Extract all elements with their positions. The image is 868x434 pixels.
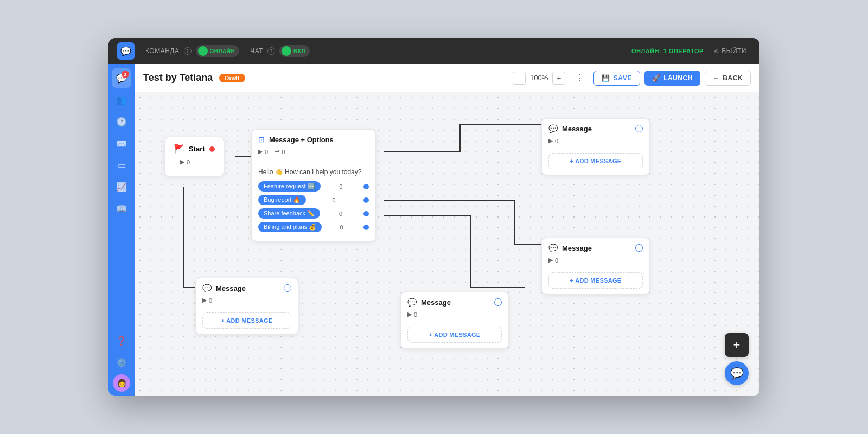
message-node-2[interactable]: 💬 Message ▶ 0 + ADD MESSAGE	[541, 238, 650, 295]
message3-header: 💬 Message	[196, 278, 298, 297]
zoom-value: 100%	[530, 74, 548, 82]
message1-header: 💬 Message	[542, 119, 649, 137]
sends-icon: ▶	[180, 158, 184, 165]
back-icon: ←	[713, 74, 720, 82]
message3-title: Message	[216, 284, 279, 292]
chat-help-icon[interactable]: ?	[267, 47, 275, 55]
sidebar-item-inbox[interactable]: ▭	[112, 155, 131, 175]
canvas-bottom-buttons: + 💬	[725, 333, 749, 385]
save-label: SAVE	[614, 74, 632, 82]
back-button[interactable]: ← BACK	[705, 71, 751, 86]
start-node-title: Start	[189, 145, 205, 153]
flow-title: Test by Tetiana	[143, 72, 213, 84]
sidebar-item-contacts[interactable]: 👥	[112, 90, 131, 110]
message4-stats: ▶ 0	[401, 311, 508, 322]
launch-icon: 🚀	[652, 74, 661, 82]
option-row-3: Billing and plans 💰 0	[258, 222, 369, 232]
message4-header: 💬 Message	[401, 292, 508, 311]
message-options-node[interactable]: ⊡ Message + Options ▶ 0 ↩ 0	[251, 129, 376, 241]
option-chip-1[interactable]: Bug report 🔥	[258, 195, 306, 205]
option-connector-0	[363, 184, 369, 189]
sidebar-item-help[interactable]: ❓	[112, 331, 131, 350]
message4-sends-icon: ▶	[407, 311, 412, 318]
chat-toggle[interactable]: ВКЛ	[279, 45, 310, 57]
main-layout: 💬 2 👥 🕐 ✉️ ▭ 📈 📖 ❓ ⚙️ 👩 Test by Tetiana …	[108, 64, 760, 396]
draft-badge: Draft	[219, 74, 245, 82]
save-icon: 💾	[602, 74, 610, 82]
back-label: BACK	[723, 74, 743, 82]
team-toggle-dot	[198, 46, 208, 56]
nav-right: ОНЛАЙН: 1 ОПЕРАТОР ⎋ ВЫЙТИ	[631, 45, 751, 57]
sidebar-item-bots[interactable]: 💬 2	[112, 68, 131, 88]
message1-sends: ▶ 0	[548, 137, 558, 144]
message2-stats: ▶ 0	[542, 257, 649, 268]
launch-button[interactable]: 🚀 LAUNCH	[644, 71, 700, 86]
add-node-button[interactable]: +	[725, 333, 749, 357]
message4-connector	[494, 298, 502, 306]
option-count-0: 0	[339, 183, 342, 190]
sidebar-item-docs[interactable]: 📖	[112, 199, 131, 218]
start-node[interactable]: 🚩 Start ▶ 0	[164, 137, 224, 177]
message2-icon: 💬	[548, 244, 558, 252]
sidebar-item-send[interactable]: ✉️	[112, 133, 131, 153]
editor-toolbar: Test by Tetiana Draft — 100% + ⋮ 💾 SAVE …	[135, 64, 760, 92]
team-label: КОМАНДА	[145, 47, 180, 55]
message2-add-btn[interactable]: + ADD MESSAGE	[548, 272, 643, 289]
option-count-3: 0	[340, 224, 343, 231]
mo-sends: ▶ 0	[258, 148, 268, 155]
sidebar-item-settings[interactable]: ⚙️	[112, 353, 131, 372]
zoom-out-button[interactable]: —	[513, 72, 526, 85]
message1-title: Message	[562, 125, 631, 133]
team-toggle[interactable]: ОНЛАЙН	[196, 45, 240, 57]
message1-connector	[635, 125, 643, 132]
sidebar: 💬 2 👥 🕐 ✉️ ▭ 📈 📖 ❓ ⚙️ 👩	[108, 64, 135, 396]
message-node-4[interactable]: 💬 Message ▶ 0 + ADD MESSAGE	[400, 292, 509, 349]
message4-add-btn[interactable]: + ADD MESSAGE	[407, 327, 502, 343]
option-chip-0[interactable]: Feature request 🆕	[258, 181, 321, 192]
message-node-1[interactable]: 💬 Message ▶ 0 + ADD MESSAGE	[541, 118, 650, 175]
top-navigation: 💬 КОМАНДА ? ОНЛАЙН ЧАТ ? ВКЛ ОНЛАЙН: 1 О…	[108, 38, 760, 64]
sends-value: 0	[187, 159, 190, 165]
flow-connections	[135, 92, 760, 396]
message3-add-btn[interactable]: + ADD MESSAGE	[202, 312, 291, 329]
option-connector-3	[363, 225, 369, 230]
chat-status: ВКЛ	[293, 48, 305, 54]
zoom-in-button[interactable]: +	[552, 72, 565, 85]
message1-icon: 💬	[548, 124, 558, 133]
mo-replies: ↩ 0	[275, 148, 285, 155]
option-count-1: 0	[332, 197, 335, 203]
message-node-3[interactable]: 💬 Message ▶ 0 + ADD MESSAGE	[195, 278, 298, 335]
message1-stats: ▶ 0	[542, 137, 649, 149]
start-connector-dot	[209, 146, 215, 152]
message-options-header: ⊡ Message + Options	[252, 130, 375, 148]
toolbar-actions: 💾 SAVE 🚀 LAUNCH ← BACK	[593, 71, 751, 86]
message1-add-btn[interactable]: + ADD MESSAGE	[548, 153, 643, 169]
message3-icon: 💬	[202, 284, 212, 292]
option-chip-2[interactable]: Share feedback ✏️	[258, 208, 320, 219]
launch-label: LAUNCH	[663, 74, 693, 82]
chat-toggle-dot	[282, 46, 291, 56]
flow-canvas[interactable]: 🚩 Start ▶ 0 ⊡ Message +	[135, 92, 760, 396]
sidebar-bottom: ❓ ⚙️ 👩	[112, 331, 131, 392]
sidebar-item-analytics[interactable]: 📈	[112, 177, 131, 196]
message-options-title: Message + Options	[269, 136, 369, 144]
option-chip-3[interactable]: Billing and plans 💰	[258, 222, 322, 232]
chat-label: ЧАТ	[250, 47, 263, 55]
options-body: Hello 👋 How can I help you today? Featur…	[252, 159, 375, 241]
save-button[interactable]: 💾 SAVE	[593, 71, 640, 86]
message4-sends: ▶ 0	[407, 311, 417, 318]
message4-icon: 💬	[407, 298, 417, 307]
user-avatar[interactable]: 👩	[113, 374, 130, 392]
logout-button[interactable]: ⎋ ВЫЙТИ	[710, 45, 751, 57]
option-row-1: Bug report 🔥 0	[258, 195, 369, 205]
message2-connector	[635, 244, 643, 252]
option-connector-1	[363, 197, 369, 203]
chat-support-button[interactable]: 💬	[725, 361, 749, 385]
message2-sends-icon: ▶	[548, 257, 553, 264]
sidebar-badge: 2	[122, 71, 129, 78]
more-options-button[interactable]: ⋮	[572, 71, 587, 86]
team-help-icon[interactable]: ?	[184, 47, 192, 55]
mo-sends-icon: ▶	[258, 148, 263, 155]
message1-sends-icon: ▶	[548, 137, 553, 144]
sidebar-item-history[interactable]: 🕐	[112, 112, 131, 131]
